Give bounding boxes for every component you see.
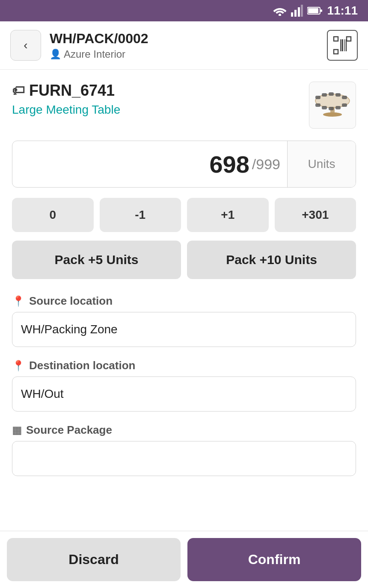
back-button[interactable]: ‹	[10, 30, 41, 61]
destination-location-section: 📍 Destination location	[12, 359, 356, 412]
svg-rect-2	[294, 10, 297, 17]
back-arrow-icon: ‹	[24, 38, 27, 52]
source-location-input[interactable]	[12, 312, 356, 347]
destination-location-label: 📍 Destination location	[12, 359, 356, 372]
header-title-group: WH/PACK/0002 👤 Azure Interior	[50, 31, 327, 60]
svg-point-17	[323, 112, 342, 117]
source-package-section: ▦ Source Package	[12, 423, 356, 476]
svg-rect-19	[322, 93, 327, 97]
quantity-row[interactable]: 698 /999 Units	[12, 141, 356, 188]
product-image	[309, 82, 356, 129]
svg-rect-25	[329, 107, 334, 110]
pack-buttons: Pack +5 Units Pack +10 Units	[12, 241, 356, 279]
battery-icon	[307, 6, 323, 15]
discard-button[interactable]: Discard	[7, 538, 181, 581]
quantity-display: 698 /999	[12, 141, 287, 187]
svg-rect-7	[321, 9, 322, 12]
pin-icon-dest: 📍	[12, 360, 25, 372]
status-icons: 11:11	[273, 4, 358, 18]
svg-rect-24	[322, 106, 327, 109]
wifi-icon	[273, 6, 287, 16]
svg-rect-8	[334, 37, 338, 41]
pack-10-button[interactable]: Pack +10 Units	[187, 241, 356, 279]
svg-rect-23	[315, 103, 321, 107]
main-content: 🏷 FURN_6741 Large Meeting Table	[0, 70, 368, 556]
pack-5-button[interactable]: Pack +5 Units	[12, 241, 181, 279]
svg-rect-4	[301, 5, 303, 17]
source-location-text: Source location	[29, 294, 113, 308]
header-subtitle: 👤 Azure Interior	[50, 48, 327, 60]
svg-rect-22	[342, 96, 347, 99]
svg-rect-1	[291, 12, 293, 17]
bottom-action-bar: Discard Confirm	[0, 531, 368, 588]
tag-icon: 🏷	[12, 83, 25, 98]
quick-btn-plus1[interactable]: +1	[187, 198, 269, 232]
source-package-text: Source Package	[26, 423, 112, 437]
quick-buttons: 0 -1 +1 +301	[12, 198, 356, 232]
quick-btn-plus301[interactable]: +301	[275, 198, 356, 232]
destination-location-text: Destination location	[29, 359, 135, 372]
product-info: 🏷 FURN_6741 Large Meeting Table	[12, 82, 309, 117]
page-title: WH/PACK/0002	[50, 31, 327, 47]
barcode-button[interactable]	[327, 30, 358, 61]
status-bar: 11:11	[0, 0, 368, 21]
svg-rect-27	[342, 103, 347, 107]
svg-rect-21	[335, 93, 341, 97]
person-icon: 👤	[50, 49, 61, 60]
svg-point-0	[279, 14, 281, 16]
confirm-button[interactable]: Confirm	[187, 538, 361, 581]
quantity-current: 698	[209, 150, 249, 178]
quantity-total: /999	[252, 156, 280, 173]
svg-rect-10	[334, 50, 338, 54]
barcode-icon	[333, 36, 352, 55]
svg-rect-26	[335, 106, 341, 109]
source-package-input[interactable]	[12, 441, 356, 476]
quantity-unit: Units	[287, 141, 356, 187]
quick-btn-minus1[interactable]: -1	[100, 198, 181, 232]
product-section: 🏷 FURN_6741 Large Meeting Table	[12, 82, 356, 129]
destination-location-input[interactable]	[12, 376, 356, 412]
svg-rect-6	[308, 8, 318, 13]
status-time: 11:11	[327, 4, 358, 18]
header: ‹ WH/PACK/0002 👤 Azure Interior	[0, 21, 368, 70]
pin-icon-source: 📍	[12, 295, 25, 307]
product-sku: 🏷 FURN_6741	[12, 82, 309, 100]
product-name[interactable]: Large Meeting Table	[12, 103, 309, 117]
svg-rect-18	[315, 96, 321, 99]
svg-rect-3	[298, 7, 300, 17]
source-location-label: 📍 Source location	[12, 294, 356, 308]
source-location-section: 📍 Source location	[12, 294, 356, 347]
sku-value: FURN_6741	[29, 82, 115, 100]
product-thumbnail	[313, 88, 352, 122]
company-name: Azure Interior	[64, 48, 125, 60]
quick-btn-0[interactable]: 0	[12, 198, 94, 232]
svg-rect-20	[329, 92, 334, 96]
signal-icon	[291, 5, 303, 17]
source-package-label: ▦ Source Package	[12, 423, 356, 437]
package-icon: ▦	[12, 424, 22, 436]
svg-rect-9	[347, 37, 351, 41]
